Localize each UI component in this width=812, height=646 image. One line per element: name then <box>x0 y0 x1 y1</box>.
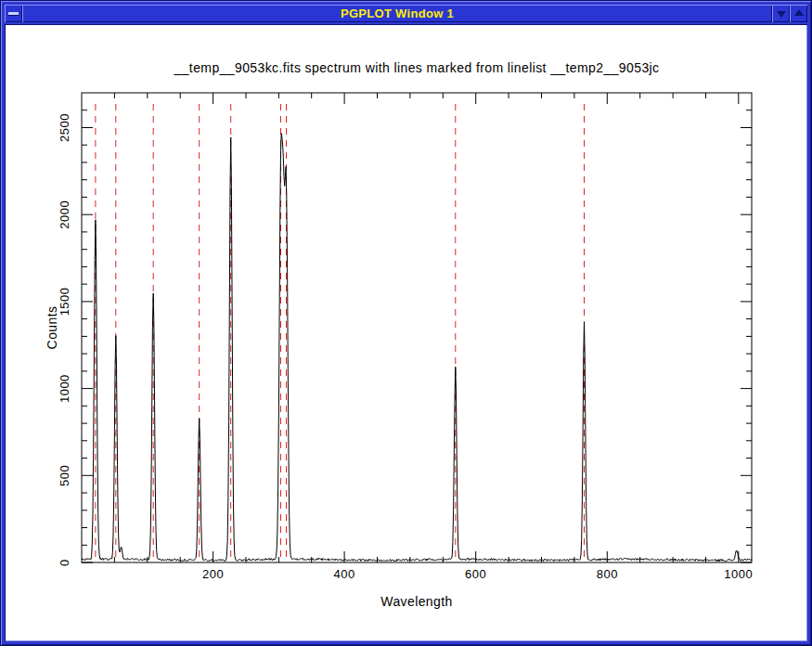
plot-canvas: 200400600800100005001000150020002500 __t… <box>5 24 807 641</box>
x-tick-label: 600 <box>465 567 486 581</box>
x-tick-label: 800 <box>597 567 618 581</box>
plot-axes-box <box>82 93 752 562</box>
window-menu-icon <box>8 12 19 15</box>
window-menu-button[interactable] <box>5 5 22 22</box>
maximize-button[interactable] <box>790 5 807 22</box>
y-tick-label: 2000 <box>58 200 71 229</box>
down-arrow-icon <box>777 11 786 18</box>
window-title: PGPLOT Window 1 <box>22 5 772 22</box>
pgplot-window: PGPLOT Window 1 200400600800100005001000… <box>0 0 812 646</box>
y-tick-label: 1000 <box>58 374 71 403</box>
x-tick-label: 1000 <box>724 567 753 581</box>
plot-title: __temp__9053kc.fits spectrum with lines … <box>82 60 752 75</box>
y-axis-label: Counts <box>45 306 59 350</box>
y-tick-label: 0 <box>58 559 71 566</box>
y-tick-label: 1500 <box>58 287 71 316</box>
minimize-button[interactable] <box>772 5 790 22</box>
x-axis-label: Wavelength <box>82 594 752 609</box>
up-arrow-icon <box>794 9 804 16</box>
y-tick-label: 2500 <box>58 113 71 142</box>
spectrum-trace <box>82 134 752 562</box>
x-tick-label: 400 <box>333 567 354 581</box>
x-tick-label: 200 <box>202 567 224 581</box>
spectrum-plot: 200400600800100005001000150020002500 <box>5 24 807 641</box>
y-tick-label: 500 <box>58 465 71 486</box>
window-titlebar[interactable]: PGPLOT Window 1 <box>5 5 807 22</box>
